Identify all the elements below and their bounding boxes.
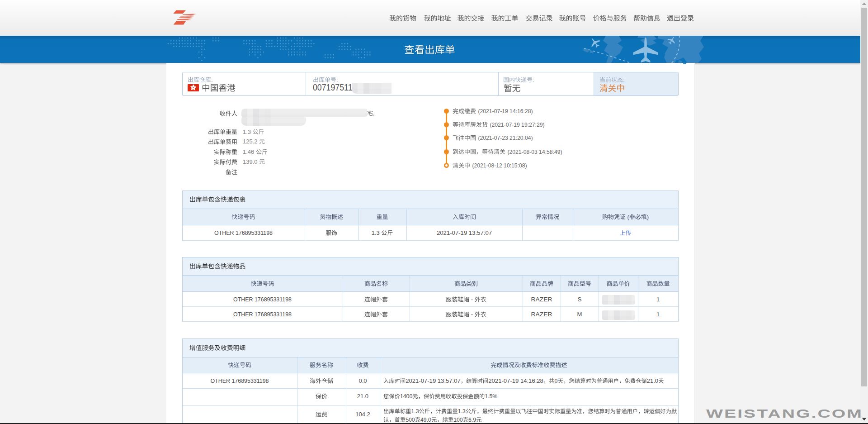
svg-text:21.0: 21.0 [647,378,659,384]
svg-text:1: 1 [656,311,660,318]
svg-text:0.0: 0.0 [359,377,367,384]
svg-text:1.3: 1.3 [243,129,253,135]
svg-text:2021-07-19 14:16:28: 2021-07-19 14:16:28 [488,378,543,384]
svg-text:OTHER 176895331198: OTHER 176895331198 [214,229,273,236]
svg-text:RAZER: RAZER [531,296,552,303]
svg-text:-: - [469,311,475,318]
svg-text:(2021-07-19 14:16:28): (2021-07-19 14:16:28) [478,108,533,114]
svg-text:): ) [647,214,649,220]
svg-text:500: 500 [406,417,415,423]
svg-text:(2021-08-12 10:15:08): (2021-08-12 10:15:08) [472,162,527,169]
svg-text:OTHER 176895331198: OTHER 176895331198 [211,377,269,384]
svg-text:S: S [578,296,582,303]
svg-text:139.0: 139.0 [243,158,259,165]
svg-text:0: 0 [555,378,558,384]
svg-text:1.3: 1.3 [458,408,466,414]
svg-text:21.0: 21.0 [357,393,368,400]
svg-text:2021-07-19 13:57:07: 2021-07-19 13:57:07 [406,378,461,384]
svg-text:M: M [577,311,582,318]
svg-text:49.0: 49.0 [420,417,431,423]
svg-text:007197511: 007197511 [313,82,353,92]
svg-text:-: - [469,296,475,303]
svg-text:(2021-07-23 21:20:04): (2021-07-23 21:20:04) [478,134,533,141]
svg-text:OTHER 176895331198: OTHER 176895331198 [233,311,292,318]
svg-text:1.46: 1.46 [243,148,256,155]
svg-text:WEISTANG.COM: WEISTANG.COM [706,407,863,420]
svg-text:1.3: 1.3 [372,229,382,236]
svg-text:6.9: 6.9 [468,417,476,423]
svg-text:2021-07-19 13:57:07: 2021-07-19 13:57:07 [437,229,492,236]
svg-text::: : [211,76,213,83]
svg-text:1: 1 [656,296,660,303]
svg-text::: : [623,76,625,83]
svg-text:OTHER 176895331198: OTHER 176895331198 [233,296,292,303]
svg-text:1400: 1400 [400,393,413,400]
svg-text:(2021-07-19 19:27:29): (2021-07-19 19:27:29) [490,121,545,128]
svg-text:RAZER: RAZER [531,311,552,318]
svg-text:1.5%: 1.5% [485,393,497,400]
svg-text:,: , [373,110,375,117]
svg-text:104.2: 104.2 [355,411,370,418]
svg-text:(: ( [626,214,630,220]
svg-text:1.3: 1.3 [411,408,419,414]
svg-text::: : [533,76,534,83]
svg-text:100: 100 [453,417,463,423]
svg-text:(2021-08-03 14:58:49): (2021-08-03 14:58:49) [508,148,562,155]
svg-text:125.2: 125.2 [243,138,259,145]
